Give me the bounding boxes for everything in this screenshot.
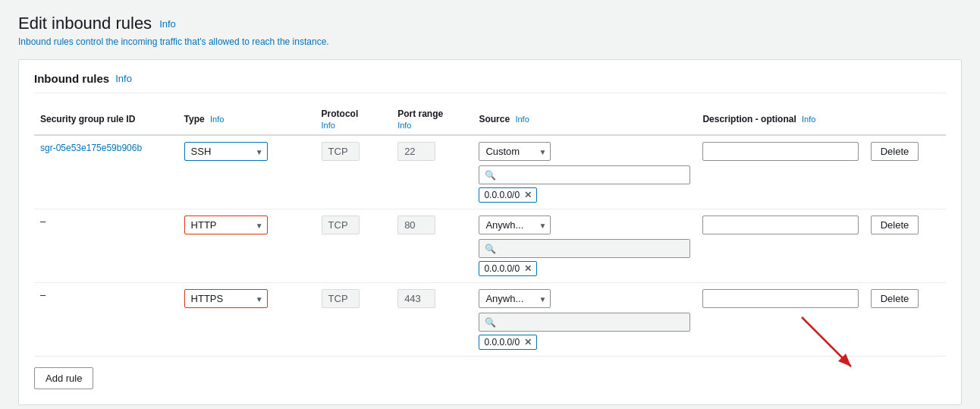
source-search-icon: 🔍	[485, 244, 496, 254]
type-select[interactable]: SSH	[184, 142, 268, 161]
source-tag-remove-icon[interactable]: ✕	[524, 190, 532, 200]
port-field: 443	[397, 289, 435, 308]
source-search-input[interactable]	[479, 165, 690, 184]
source-search-input[interactable]	[479, 313, 690, 332]
rule-id-link[interactable]: sgr-05e53e175e59b906b	[40, 143, 142, 153]
source-search-icon: 🔍	[485, 170, 496, 181]
delete-rule-button[interactable]: Delete	[871, 289, 919, 308]
description-input[interactable]	[702, 289, 858, 308]
source-tag-value: 0.0.0.0/0	[484, 337, 520, 348]
add-rule-button[interactable]: Add rule	[34, 367, 93, 389]
description-input[interactable]	[702, 142, 858, 161]
description-input[interactable]	[702, 216, 858, 234]
protocol-field: TCP	[322, 289, 360, 308]
port-info-link[interactable]: Info	[397, 121, 466, 130]
col-header-source: Source Info	[473, 104, 696, 135]
col-header-protocol: ProtocolInfo	[316, 104, 392, 135]
type-info-link[interactable]: Info	[210, 115, 224, 124]
source-tag-remove-icon[interactable]: ✕	[524, 338, 532, 347]
source-tag-remove-icon[interactable]: ✕	[524, 264, 532, 273]
source-search-icon: 🔍	[485, 317, 496, 328]
rule-id-dash: –	[40, 289, 46, 300]
source-tag: 0.0.0.0/0✕	[479, 335, 537, 350]
protocol-field: TCP	[322, 216, 360, 234]
type-select[interactable]: HTTP	[184, 216, 268, 234]
delete-rule-button[interactable]: Delete	[871, 142, 919, 161]
col-header-action	[865, 104, 946, 135]
table-row: –HTTPS▼TCP443Anywh...▼🔍0.0.0.0/0✕Delete	[34, 283, 946, 357]
source-tag-row: 0.0.0.0/0✕	[479, 187, 690, 203]
table-row: sgr-05e53e175e59b906bSSH▼TCP22Custom▼🔍0.…	[34, 135, 946, 209]
footer-bar: Cancel Preview changes Save rules	[0, 405, 980, 409]
source-type-select[interactable]: Anywh...	[479, 216, 551, 234]
source-info-link[interactable]: Info	[515, 115, 529, 124]
port-field: 80	[397, 216, 435, 234]
source-tag: 0.0.0.0/0✕	[479, 261, 537, 276]
source-tag-value: 0.0.0.0/0	[484, 263, 520, 274]
card-header-label: Inbound rules	[34, 72, 109, 85]
source-tag-value: 0.0.0.0/0	[484, 190, 520, 200]
page-title-info-link[interactable]: Info	[159, 18, 176, 30]
delete-rule-button[interactable]: Delete	[871, 216, 919, 234]
col-header-type: Type Info	[178, 104, 316, 135]
protocol-info-link[interactable]: Info	[322, 121, 386, 130]
source-tag: 0.0.0.0/0✕	[479, 187, 537, 203]
protocol-field: TCP	[322, 142, 360, 161]
col-header-desc: Description - optional Info	[696, 104, 864, 135]
source-search-input[interactable]	[479, 239, 690, 258]
source-type-select[interactable]: Anywh...	[479, 289, 551, 308]
source-type-select[interactable]: Custom	[479, 142, 551, 161]
table-row: –HTTP▼TCP80Anywh...▼🔍0.0.0.0/0✕Delete	[34, 209, 946, 283]
card-header-info-link[interactable]: Info	[115, 73, 132, 84]
page-title: Edit inbound rules	[18, 14, 152, 33]
source-tag-row: 0.0.0.0/0✕	[479, 335, 690, 350]
desc-info-link[interactable]: Info	[802, 115, 815, 124]
port-field: 22	[397, 142, 435, 161]
page-subtitle: Inbound rules control the incoming traff…	[18, 36, 962, 47]
type-select[interactable]: HTTPS	[184, 289, 268, 308]
rule-id-dash: –	[40, 216, 46, 227]
source-tag-row: 0.0.0.0/0✕	[479, 261, 690, 276]
col-header-port: Port rangeInfo	[391, 104, 473, 135]
col-header-rule-id: Security group rule ID	[34, 104, 178, 135]
